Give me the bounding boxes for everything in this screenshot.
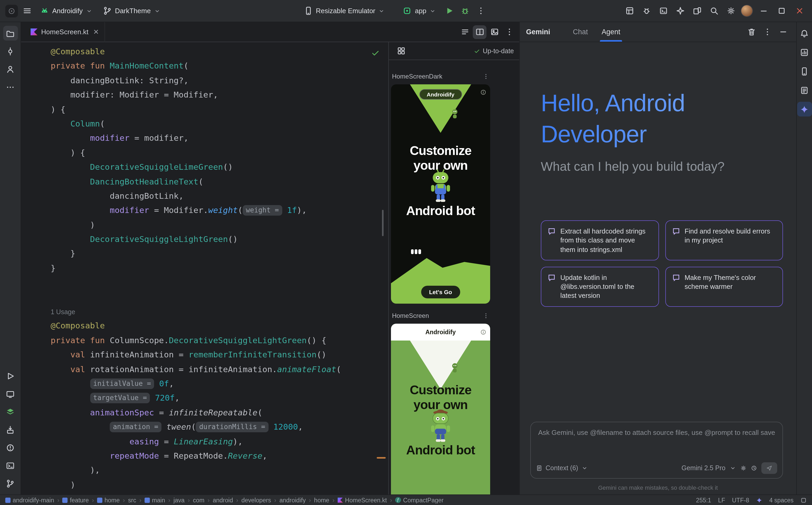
code-editor[interactable]: @Composableprivate fun MainHomeContent( … bbox=[21, 42, 388, 494]
history-icon[interactable] bbox=[751, 465, 757, 471]
code-line[interactable]: } bbox=[51, 262, 388, 276]
context-selector[interactable]: Context (6) bbox=[546, 464, 578, 472]
code-line[interactable]: ​ bbox=[51, 290, 388, 305]
logcat-icon[interactable] bbox=[656, 4, 670, 18]
code-line[interactable]: targetValue = 720f, bbox=[51, 391, 388, 406]
code-line[interactable]: val rotationAnimation = infiniteAnimatio… bbox=[51, 362, 388, 377]
indent-setting[interactable]: 4 spaces bbox=[769, 497, 794, 503]
info-icon[interactable] bbox=[480, 89, 486, 96]
gemini-suggestion-card[interactable]: Extract all hardcoded strings from this … bbox=[541, 220, 659, 261]
tab-bar-more-icon[interactable] bbox=[502, 25, 516, 39]
code-line[interactable]: easing = LinearEasing), bbox=[51, 435, 388, 449]
preview-homescreen[interactable]: Androidify Customizeyour own bbox=[391, 324, 490, 494]
code-line[interactable]: modifier = modifier, bbox=[51, 132, 388, 146]
model-selector[interactable]: Gemini 2.5 Pro bbox=[681, 464, 725, 472]
build-variants-icon[interactable] bbox=[3, 404, 18, 419]
vcs-branch-widget[interactable]: DarkTheme bbox=[99, 4, 164, 17]
gemini-suggestion-card[interactable]: Make my Theme's color scheme warmer bbox=[665, 267, 783, 307]
info-icon[interactable] bbox=[480, 329, 486, 335]
app-quality-insights-icon[interactable] bbox=[640, 4, 653, 18]
breadcrumb-item[interactable]: src bbox=[128, 497, 136, 503]
gemini-spark-icon[interactable] bbox=[756, 497, 763, 503]
split-view-icon[interactable] bbox=[473, 25, 486, 39]
breadcrumb-item[interactable]: com bbox=[193, 497, 204, 503]
maximize-icon[interactable] bbox=[774, 3, 789, 18]
device-selector[interactable]: Resizable Emulator bbox=[300, 4, 389, 17]
status-widget-icon[interactable] bbox=[800, 497, 807, 503]
code-line[interactable]: modifier = Modifier.weight(weight = 1f), bbox=[51, 204, 388, 218]
code-line[interactable]: @Composable bbox=[51, 45, 388, 59]
code-line[interactable]: ) bbox=[51, 218, 388, 232]
preview-homescreendark[interactable]: Androidify Customizeyour own Android bot bbox=[391, 85, 490, 304]
code-line[interactable]: animationSpec = infiniteRepeatable( bbox=[51, 406, 388, 420]
code-line[interactable]: modifier: Modifier = Modifier, bbox=[51, 88, 388, 103]
notifications-icon[interactable] bbox=[797, 26, 812, 41]
code-line[interactable]: ) { bbox=[51, 103, 388, 117]
code-line[interactable]: dancingBotLink: String?, bbox=[51, 74, 388, 88]
code-line[interactable]: initialValue = 0f, bbox=[51, 377, 388, 391]
version-control-icon[interactable] bbox=[3, 476, 18, 491]
send-button[interactable] bbox=[761, 462, 777, 474]
design-view-icon[interactable] bbox=[487, 25, 501, 39]
code-line[interactable]: Column( bbox=[51, 117, 388, 132]
breadcrumb-item[interactable]: home bbox=[97, 497, 120, 503]
breadcrumb-item[interactable]: androidify-main bbox=[5, 497, 54, 503]
code-line[interactable]: DecorativeSquiggleLightGreen() bbox=[51, 232, 388, 247]
settings-icon[interactable] bbox=[724, 4, 737, 18]
main-menu-icon[interactable] bbox=[20, 4, 34, 18]
code-line[interactable]: @Composable bbox=[51, 319, 388, 334]
preview-gallery-icon[interactable] bbox=[394, 44, 408, 58]
close-icon[interactable] bbox=[792, 3, 807, 18]
breadcrumb-item[interactable]: android bbox=[213, 497, 233, 503]
code-line[interactable]: DancingBotHeadlineText( bbox=[51, 175, 388, 189]
collaborators-icon[interactable] bbox=[3, 62, 18, 76]
gemini-more-icon[interactable] bbox=[760, 25, 774, 39]
device-explorer-icon[interactable] bbox=[3, 422, 18, 437]
device-mirroring-icon[interactable] bbox=[690, 4, 704, 18]
tab-agent[interactable]: Agent bbox=[595, 22, 627, 42]
project-widget[interactable]: Androidify bbox=[36, 4, 97, 17]
gemini-suggestion-card[interactable]: Update kotlin in @libs.version.toml to t… bbox=[541, 267, 659, 307]
code-line[interactable]: ), bbox=[51, 464, 388, 478]
breadcrumb-item[interactable]: androidify bbox=[279, 497, 306, 503]
search-icon[interactable] bbox=[707, 4, 721, 18]
running-devices-icon[interactable] bbox=[3, 386, 18, 401]
layout-inspector-icon[interactable] bbox=[622, 4, 636, 18]
problems-icon[interactable] bbox=[3, 440, 18, 455]
profiler-icon[interactable] bbox=[797, 45, 812, 59]
breadcrumb-item[interactable]: HomeScreen.kt bbox=[338, 497, 387, 503]
code-line[interactable]: repeatMode = RepeatMode.Reverse, bbox=[51, 449, 388, 464]
encoding[interactable]: UTF-8 bbox=[732, 497, 749, 503]
gemini-input[interactable]: Ask Gemini, use @filename to attach sour… bbox=[530, 422, 783, 479]
code-line[interactable]: ) bbox=[51, 478, 388, 492]
hide-panel-icon[interactable] bbox=[776, 25, 790, 39]
run-button[interactable] bbox=[442, 4, 456, 18]
tab-chat[interactable]: Chat bbox=[566, 22, 595, 42]
preview-more-icon[interactable] bbox=[483, 313, 489, 319]
trash-icon[interactable] bbox=[744, 25, 758, 39]
breadcrumb-item[interactable]: java bbox=[173, 497, 185, 503]
minimize-icon[interactable] bbox=[756, 3, 771, 18]
gemini-icon[interactable] bbox=[797, 102, 812, 117]
code-line[interactable]: ​ bbox=[51, 276, 388, 291]
inspection-ok-icon[interactable] bbox=[371, 48, 380, 57]
code-line[interactable]: animation = tween(durationMillis = 12000… bbox=[51, 420, 388, 435]
toolbar-more-icon[interactable] bbox=[474, 4, 487, 18]
breadcrumb-item[interactable]: main bbox=[144, 497, 165, 503]
breadcrumb-item[interactable]: developers bbox=[241, 497, 271, 503]
device-manager-icon[interactable] bbox=[797, 64, 812, 78]
breadcrumb-item[interactable]: ƒCompactPager bbox=[395, 497, 444, 503]
gemini-settings-icon[interactable] bbox=[740, 465, 746, 471]
code-line[interactable]: } bbox=[51, 247, 388, 262]
commit-icon[interactable] bbox=[3, 44, 18, 58]
tab-homescreen-kt[interactable]: HomeScreen.kt ✕ bbox=[25, 22, 105, 42]
preview-body[interactable]: HomeScreenDark Androidify bbox=[389, 60, 519, 494]
breadcrumb-item[interactable]: home bbox=[314, 497, 330, 503]
code-view-icon[interactable] bbox=[458, 25, 472, 39]
run-tool-window-icon[interactable] bbox=[3, 368, 18, 383]
breadcrumb-item[interactable]: feature bbox=[63, 497, 89, 503]
gemini-suggestion-card[interactable]: Find and resolve build errors in my proj… bbox=[665, 220, 783, 261]
terminal-icon[interactable] bbox=[3, 458, 18, 473]
more-tool-windows-icon[interactable] bbox=[3, 79, 18, 95]
preview-more-icon[interactable] bbox=[483, 73, 489, 79]
